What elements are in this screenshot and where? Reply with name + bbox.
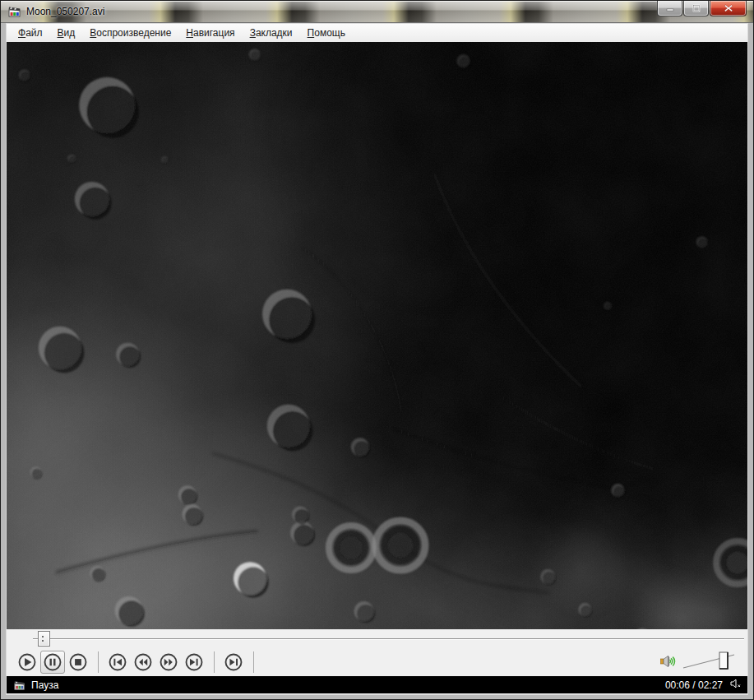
maximize-button[interactable] bbox=[683, 1, 709, 16]
speaker-icon[interactable] bbox=[659, 651, 678, 675]
title-bar[interactable]: Moon_050207.avi bbox=[1, 1, 753, 23]
play-button[interactable] bbox=[15, 651, 39, 674]
time-display: 00:06 / 02:27 bbox=[665, 679, 723, 691]
minimize-button[interactable] bbox=[657, 1, 682, 16]
toolbar-separator bbox=[253, 651, 254, 673]
frame-step-button[interactable] bbox=[221, 651, 246, 674]
menu-view[interactable]: Вид bbox=[50, 25, 83, 41]
mute-icon bbox=[729, 678, 742, 692]
close-button[interactable] bbox=[710, 1, 747, 16]
client-area: Файл Вид Воспроизведение Навигация Закла… bbox=[6, 23, 748, 695]
toolbar-separator bbox=[98, 651, 99, 673]
fast-forward-button[interactable] bbox=[156, 651, 181, 674]
status-row: Пауза 00:06 / 02:27 bbox=[7, 674, 747, 694]
player-toolbar bbox=[7, 629, 747, 674]
moon-grain bbox=[7, 42, 747, 629]
volume-slider[interactable] bbox=[680, 651, 738, 672]
menu-bar: Файл Вид Воспроизведение Навигация Закла… bbox=[7, 24, 747, 42]
pause-button[interactable] bbox=[40, 651, 65, 674]
skip-back-button[interactable] bbox=[105, 651, 130, 674]
seek-bar[interactable] bbox=[33, 638, 744, 639]
app-icon bbox=[8, 5, 21, 21]
window-title: Moon_050207.avi bbox=[26, 6, 104, 17]
video-frame-moon bbox=[7, 42, 747, 629]
stop-button[interactable] bbox=[66, 651, 90, 674]
menu-help[interactable]: Помощь bbox=[300, 25, 353, 41]
playback-status: Пауза bbox=[31, 679, 665, 691]
menu-playback[interactable]: Воспроизведение bbox=[82, 25, 178, 41]
status-bar: Пауза 00:06 / 02:27 bbox=[7, 676, 747, 693]
media-player-window: Moon_050207.avi Файл Вид Воспроизведение… bbox=[0, 0, 754, 700]
menu-file[interactable]: Файл bbox=[11, 25, 50, 41]
video-display[interactable] bbox=[7, 42, 747, 629]
skip-forward-button[interactable] bbox=[182, 651, 206, 674]
volume-thumb[interactable] bbox=[719, 652, 728, 669]
menu-bookmarks[interactable]: Закладки bbox=[243, 25, 300, 41]
toolbar-separator bbox=[214, 651, 215, 673]
rewind-button[interactable] bbox=[131, 651, 155, 674]
status-app-icon bbox=[14, 679, 25, 691]
transport-buttons bbox=[15, 651, 261, 674]
menu-navigation[interactable]: Навигация bbox=[178, 25, 242, 41]
seek-thumb[interactable] bbox=[38, 631, 50, 647]
